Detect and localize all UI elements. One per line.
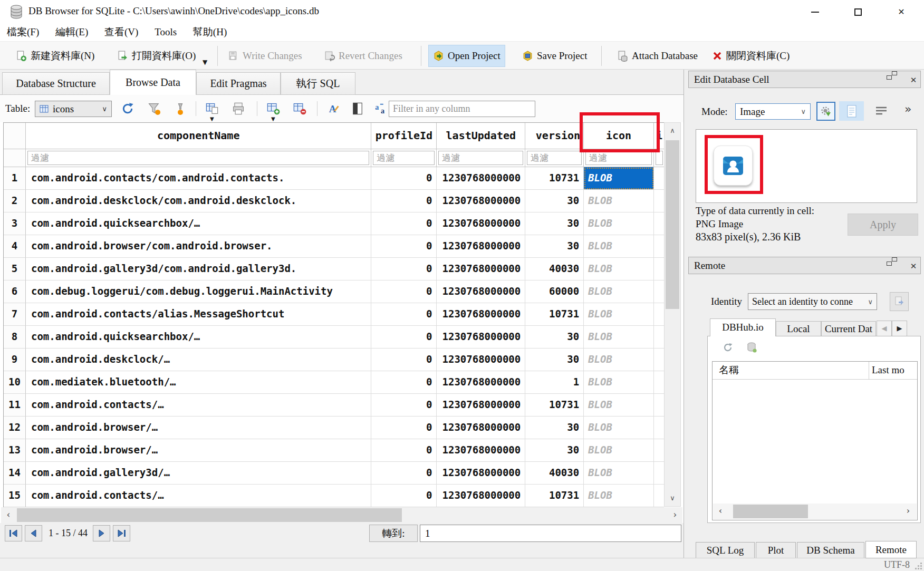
dock-tab-db-schema[interactable]: DB Schema <box>797 542 864 558</box>
cell-componentName[interactable]: com.android.browser/… <box>26 417 371 439</box>
cell-partial[interactable] <box>654 190 664 212</box>
print-button[interactable] <box>232 102 245 115</box>
scroll-down-icon[interactable]: ∨ <box>665 490 680 506</box>
remote-list-scrollbar[interactable]: ‹ › <box>713 504 917 519</box>
cell-componentName[interactable]: com.android.contacts/alias.MessageShortc… <box>26 303 371 326</box>
cell-componentName[interactable]: com.android.browser/… <box>26 439 371 462</box>
cell-componentName[interactable]: com.android.deskclock/… <box>26 349 371 371</box>
delete-record-button[interactable] <box>293 102 306 115</box>
cell-partial[interactable] <box>654 462 664 485</box>
cell-partial[interactable] <box>654 212 664 235</box>
cell-version[interactable]: 30 <box>525 417 584 439</box>
edit-font-button[interactable]: A <box>326 102 340 115</box>
cell-partial[interactable] <box>654 167 664 190</box>
import-data-button[interactable] <box>816 102 835 121</box>
close-button[interactable]: ✕ <box>883 0 920 24</box>
cell-componentName[interactable]: com.debug.loggerui/com.debug.loggerui.Ma… <box>26 280 371 303</box>
cell-lastUpdated[interactable]: 1230768000000 <box>437 349 525 371</box>
cell-partial[interactable] <box>654 235 664 258</box>
cell-profileId[interactable]: 0 <box>371 190 437 212</box>
cell-profileId[interactable]: 0 <box>371 485 437 507</box>
remote-tab-dbhub[interactable]: DBHub.io <box>710 318 776 336</box>
cell-icon[interactable]: BLOB <box>584 462 654 485</box>
cell-icon[interactable]: BLOB <box>584 485 654 507</box>
clear-filters-button[interactable] <box>147 102 161 115</box>
dock-tab-plot[interactable]: Plot <box>756 542 796 558</box>
remote-tab-current-database[interactable]: Current Dat <box>821 321 876 336</box>
cell-version[interactable]: 10731 <box>525 485 584 507</box>
save-project-button[interactable]: Save Project <box>518 45 592 67</box>
cell-partial[interactable] <box>654 303 664 326</box>
close-panel-icon[interactable]: ✕ <box>909 262 918 271</box>
cell-lastUpdated[interactable]: 1230768000000 <box>437 439 525 462</box>
tab-browse-data[interactable]: Browse Data <box>110 70 196 95</box>
menu-view[interactable]: 查看(V) <box>98 24 145 41</box>
tab-scroll-left-icon[interactable]: ◀ <box>877 321 892 336</box>
filter-input[interactable] <box>27 151 369 165</box>
cell-componentName[interactable]: com.android.browser/com.android.browser. <box>26 235 371 258</box>
cell-componentName[interactable]: com.android.contacts/com.android.contact… <box>26 167 371 190</box>
cell-profileId[interactable]: 0 <box>371 462 437 485</box>
panel-overflow-button[interactable]: » <box>904 102 911 115</box>
cell-icon[interactable]: BLOB <box>584 394 654 417</box>
remote-tab-local[interactable]: Local <box>776 321 821 336</box>
cell-icon[interactable]: BLOB <box>584 280 654 303</box>
cell-partial[interactable] <box>654 258 664 280</box>
cell-partial[interactable] <box>654 485 664 507</box>
float-panel-icon[interactable] <box>892 75 901 85</box>
cell-icon[interactable]: BLOB <box>584 303 654 326</box>
cell-version[interactable]: 10731 <box>525 394 584 417</box>
goto-record-input[interactable] <box>420 525 681 542</box>
cell-partial[interactable] <box>654 394 664 417</box>
new-database-button[interactable]: 新建資料庫(N) <box>12 45 99 67</box>
cell-icon[interactable]: BLOB <box>584 167 654 190</box>
open-database-dropdown-icon[interactable]: ▼ <box>203 59 207 66</box>
cell-version[interactable]: 30 <box>525 235 584 258</box>
goto-button[interactable]: 轉到: <box>369 525 418 542</box>
cell-lastUpdated[interactable]: 1230768000000 <box>437 258 525 280</box>
cell-version[interactable]: 1 <box>525 371 584 394</box>
cell-profileId[interactable]: 0 <box>371 349 437 371</box>
remote-list-header-last-modified[interactable]: Last mo <box>872 362 904 379</box>
cell-profileId[interactable]: 0 <box>371 280 437 303</box>
menu-tools[interactable]: Tools <box>148 25 184 42</box>
cell-version[interactable]: 30 <box>525 190 584 212</box>
scroll-left-icon[interactable]: ‹ <box>714 504 727 519</box>
cell-lastUpdated[interactable]: 1230768000000 <box>437 371 525 394</box>
scrollbar-thumb[interactable] <box>733 505 808 518</box>
text-mode-button[interactable] <box>839 101 864 121</box>
filter-input[interactable] <box>527 151 582 165</box>
cell-componentName[interactable]: com.android.deskclock/com.android.deskcl… <box>26 190 371 212</box>
scroll-right-icon[interactable]: › <box>668 507 682 523</box>
cell-lastUpdated[interactable]: 1230768000000 <box>437 417 525 439</box>
first-page-button[interactable] <box>5 525 22 541</box>
resize-grip[interactable] <box>916 563 922 569</box>
cell-icon[interactable]: BLOB <box>584 349 654 371</box>
identity-select[interactable]: Select an identity to conne ∨ <box>748 293 877 310</box>
cell-icon[interactable]: BLOB <box>584 326 654 349</box>
filter-input[interactable] <box>585 151 652 165</box>
save-results-button[interactable] <box>205 102 219 115</box>
cell-lastUpdated[interactable]: 1230768000000 <box>437 212 525 235</box>
scroll-up-icon[interactable]: ∧ <box>665 123 680 139</box>
cell-icon[interactable]: BLOB <box>584 190 654 212</box>
cell-version[interactable]: 30 <box>525 326 584 349</box>
open-project-button[interactable]: Open Project <box>428 45 505 67</box>
insert-record-button[interactable] <box>266 102 280 115</box>
maximize-button[interactable] <box>840 0 877 24</box>
insert-record-dropdown-icon[interactable]: ▼ <box>271 116 275 122</box>
cell-componentName[interactable]: com.android.quicksearchbox/… <box>26 212 371 235</box>
vertical-scrollbar[interactable]: ∧ ∨ <box>664 122 681 507</box>
cell-profileId[interactable]: 0 <box>371 417 437 439</box>
table-select[interactable]: icons ∨ <box>35 101 112 117</box>
cell-version[interactable]: 40030 <box>525 258 584 280</box>
cell-version[interactable]: 10731 <box>525 303 584 326</box>
cell-profileId[interactable]: 0 <box>371 439 437 462</box>
filter-input[interactable] <box>373 151 435 165</box>
menu-file[interactable]: 檔案(F) <box>0 24 46 41</box>
cell-version[interactable]: 30 <box>525 439 584 462</box>
remote-list-header-name[interactable]: 名稱 <box>719 362 739 379</box>
cell-version[interactable]: 30 <box>525 349 584 371</box>
cell-lastUpdated[interactable]: 1230768000000 <box>437 235 525 258</box>
next-page-button[interactable] <box>93 525 110 541</box>
